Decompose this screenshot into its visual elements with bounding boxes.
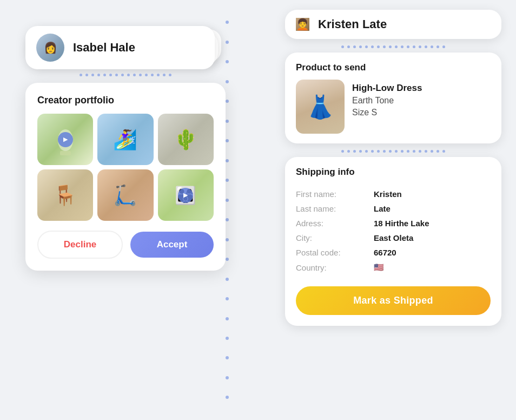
portfolio-item-3[interactable]: 🌵 (158, 114, 214, 165)
shipping-row-city: City: East Oleta (296, 232, 491, 244)
shipping-table: First name: Kristen Last name: Late Adre… (296, 185, 491, 277)
left-dot-separator (25, 69, 226, 81)
right-panel: 🧑‍🦱 Kristen Late Product to send 👗 High-… (285, 10, 501, 326)
mark-as-shipped-button[interactable]: Mark as Shipped (296, 286, 491, 315)
postal-label: Postal code: (296, 247, 374, 258)
right-dot-sep-2 (285, 146, 501, 157)
isabel-avatar: 👩 (36, 34, 64, 62)
product-name: High-Low Dress (352, 83, 422, 94)
product-image: 👗 (296, 80, 345, 134)
portfolio-img-3: 🌵 (158, 114, 214, 165)
shipping-title: Shipping info (296, 167, 491, 178)
portfolio-grid: 🌿 ▶ 🏄‍♀️ 🌵 🪑 (37, 114, 214, 221)
product-section-title: Product to send (296, 62, 491, 73)
city-value: East Oleta (374, 232, 491, 244)
kristen-name: Kristen Late (318, 17, 387, 31)
portfolio-item-2[interactable]: 🏄‍♀️ (97, 114, 153, 165)
kristen-avatar: 🧑‍🦱 (296, 18, 309, 31)
portfolio-title: Creator portfolio (37, 95, 214, 106)
country-label: Country: (296, 261, 374, 273)
portfolio-item-4[interactable]: 🪑 (37, 169, 93, 221)
product-sub2: Size S (352, 108, 422, 117)
address-value: 18 Hirthe Lake (374, 218, 491, 229)
product-card: Product to send 👗 High-Low Dress Earth T… (285, 52, 501, 143)
portfolio-item-5[interactable]: 🛴 (97, 169, 153, 221)
portfolio-img-2: 🏄‍♀️ (97, 114, 153, 165)
firstname-value: Kristen (374, 188, 491, 200)
firstname-label: First name: (296, 188, 374, 200)
portfolio-img-4: 🪑 (37, 169, 93, 221)
shipping-row-lastname: Last name: Late (296, 203, 491, 214)
accept-button[interactable]: Accept (130, 232, 214, 258)
kristen-avatar-img: 🧑‍🦱 (296, 18, 309, 31)
product-sub1: Earth Tone (352, 96, 422, 106)
shipping-row-country: Country: 🇺🇸 (296, 261, 491, 273)
portfolio-actions: Decline Accept (37, 231, 214, 259)
address-label: Adress: (296, 218, 374, 229)
portfolio-item-1[interactable]: 🌿 ▶ (37, 114, 93, 165)
postal-value: 66720 (374, 247, 491, 258)
lastname-value: Late (374, 203, 491, 214)
left-panel: 👩 Isabel Hale Creator portfolio (25, 26, 226, 271)
shipping-card: Shipping info First name: Kristen Last n… (285, 157, 501, 326)
kristen-name-card: 🧑‍🦱 Kristen Late (285, 10, 501, 39)
svg-rect-2 (60, 151, 71, 155)
shipping-row-postal: Postal code: 66720 (296, 247, 491, 258)
product-content: 👗 High-Low Dress Earth Tone Size S (296, 80, 491, 134)
panel-divider (226, 10, 229, 410)
right-dot-sep-1 (285, 41, 501, 52)
isabel-avatar-img: 👩 (36, 34, 64, 62)
isabel-name-card: 👩 Isabel Hale (25, 26, 215, 69)
portfolio-card: Creator portfolio 🌿 ▶ (25, 83, 226, 271)
lastname-label: Last name: (296, 203, 374, 214)
city-label: City: (296, 232, 374, 244)
isabel-name: Isabel Hale (73, 41, 135, 55)
portfolio-item-6[interactable]: 👨‍👩‍👦 ▶ (158, 169, 214, 221)
play-button-1[interactable]: ▶ (58, 132, 73, 147)
shipping-row-address: Adress: 18 Hirthe Lake (296, 218, 491, 229)
country-value: 🇺🇸 (374, 261, 491, 273)
portfolio-img-5: 🛴 (97, 169, 153, 221)
product-details: High-Low Dress Earth Tone Size S (352, 80, 422, 117)
decline-button[interactable]: Decline (37, 231, 123, 259)
shipping-row-firstname: First name: Kristen (296, 188, 491, 200)
play-button-6[interactable]: ▶ (178, 188, 193, 203)
